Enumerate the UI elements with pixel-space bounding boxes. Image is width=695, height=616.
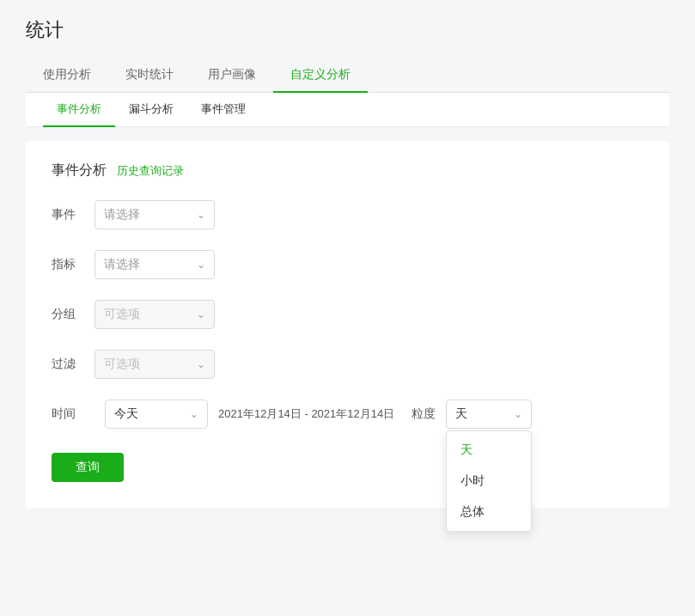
event-label: 事件	[52, 207, 94, 223]
metric-label: 指标	[52, 257, 94, 272]
metric-chevron-icon: ⌄	[197, 259, 205, 271]
event-row: 事件 请选择 ⌄	[52, 200, 643, 229]
query-button[interactable]: 查询	[52, 453, 124, 482]
group-select-value: 可选项	[104, 307, 140, 322]
tab-realtime[interactable]: 实时统计	[108, 58, 191, 93]
granularity-value: 天	[455, 406, 467, 422]
filter-select[interactable]: 可选项 ⌄	[94, 350, 215, 379]
filter-select-value: 可选项	[104, 357, 140, 372]
granularity-dropdown-wrapper: 天 ⌄ 天 小时 总体	[446, 399, 532, 429]
granularity-option-hour[interactable]: 小时	[447, 466, 531, 497]
filter-row: 过滤 可选项 ⌄	[52, 350, 643, 379]
time-select-value: 今天	[114, 406, 138, 422]
metric-select-value: 请选择	[104, 257, 140, 272]
granularity-select[interactable]: 天 ⌄	[446, 399, 532, 429]
history-link[interactable]: 历史查询记录	[117, 163, 184, 179]
tab-custom[interactable]: 自定义分析	[273, 58, 368, 93]
filter-chevron-icon: ⌄	[197, 358, 205, 370]
sub-tab-event-mgmt[interactable]: 事件管理	[187, 93, 259, 127]
time-row: 时间 今天 ⌄ 2021年12月14日 - 2021年12月14日 粒度 天 ⌄…	[52, 399, 643, 429]
date-range: 2021年12月14日 - 2021年12月14日	[218, 406, 394, 422]
card-header: 事件分析 历史查询记录	[52, 162, 643, 180]
time-chevron-icon: ⌄	[190, 408, 198, 420]
sub-tab-event[interactable]: 事件分析	[43, 93, 115, 127]
event-select-value: 请选择	[104, 207, 140, 223]
page-title: 统计	[26, 17, 669, 43]
tab-usage[interactable]: 使用分析	[26, 58, 108, 93]
time-select[interactable]: 今天 ⌄	[105, 399, 208, 429]
granularity-chevron-icon: ⌄	[514, 408, 522, 420]
top-tabs: 使用分析 实时统计 用户画像 自定义分析	[26, 58, 669, 93]
card-title: 事件分析	[52, 162, 107, 180]
tab-user[interactable]: 用户画像	[191, 58, 273, 93]
granularity-option-total[interactable]: 总体	[447, 497, 531, 528]
page-container: 统计 使用分析 实时统计 用户画像 自定义分析 事件分析 漏斗分析 事件管理 事…	[0, 0, 695, 616]
time-label: 时间	[52, 406, 94, 422]
metric-select[interactable]: 请选择 ⌄	[94, 250, 215, 279]
event-chevron-icon: ⌄	[197, 209, 205, 221]
filter-label: 过滤	[52, 357, 94, 372]
granularity-option-day[interactable]: 天	[447, 435, 531, 466]
group-label: 分组	[52, 307, 94, 322]
granularity-dropdown-menu: 天 小时 总体	[446, 430, 532, 532]
group-chevron-icon: ⌄	[197, 308, 205, 320]
sub-tabs: 事件分析 漏斗分析 事件管理	[26, 93, 669, 127]
event-select[interactable]: 请选择 ⌄	[94, 200, 215, 229]
sub-tab-funnel[interactable]: 漏斗分析	[115, 93, 187, 127]
main-card: 事件分析 历史查询记录 事件 请选择 ⌄ 指标 请选择 ⌄ 分组 可选项 ⌄	[26, 141, 669, 508]
metric-row: 指标 请选择 ⌄	[52, 250, 643, 279]
group-select[interactable]: 可选项 ⌄	[94, 300, 215, 329]
group-row: 分组 可选项 ⌄	[52, 300, 643, 329]
granularity-label: 粒度	[412, 406, 436, 422]
